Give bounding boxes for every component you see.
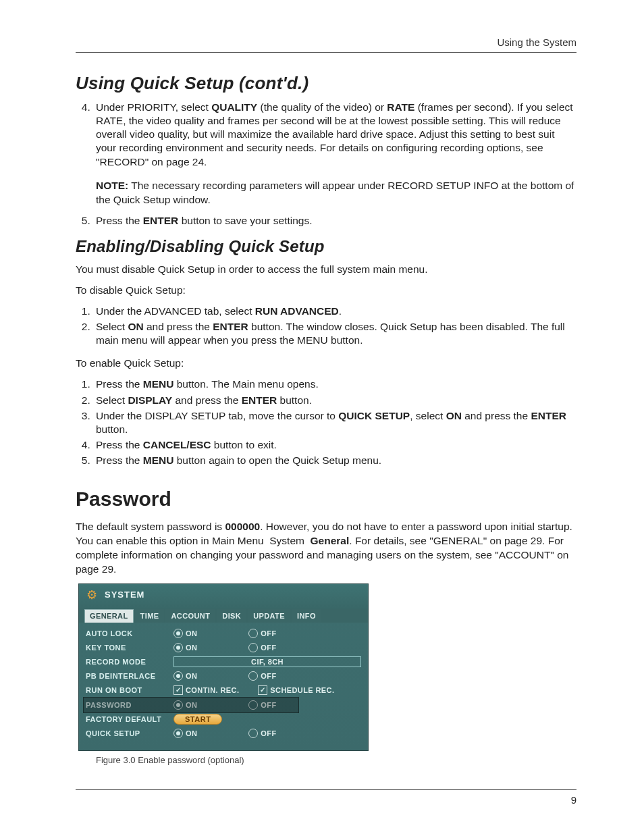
password-on[interactable]: ON	[173, 700, 197, 710]
step-5: Press the ENTER button to save your sett…	[93, 214, 576, 228]
radio-on-icon	[173, 729, 183, 738]
password-paragraph: The default system password is 000000. H…	[76, 520, 576, 577]
radio-off-icon	[248, 700, 258, 710]
disable-lead: To disable Quick Setup:	[76, 284, 576, 298]
radio-on-icon	[173, 700, 183, 710]
label-key-tone: KEY TONE	[86, 644, 173, 652]
radio-off-icon	[248, 629, 258, 638]
enable-step-3: Under the DISPLAY SETUP tab, move the cu…	[93, 409, 576, 436]
password-off[interactable]: OFF	[248, 700, 276, 710]
quick-on[interactable]: ON	[173, 729, 197, 738]
checkbox-icon	[173, 685, 183, 695]
enable-lead: To enable Quick Setup:	[76, 357, 576, 371]
note-record-params: NOTE: The necessary recording parameters…	[96, 179, 576, 207]
label-run-on-boot: RUN ON BOOT	[86, 686, 173, 694]
gear-icon: ⚙	[84, 588, 99, 602]
auto-lock-on[interactable]: ON	[173, 629, 197, 638]
pb-off[interactable]: OFF	[248, 671, 276, 681]
checkbox-icon	[258, 685, 267, 695]
tab-info[interactable]: INFO	[292, 609, 321, 623]
heading-password: Password	[76, 488, 576, 511]
page-number: 9	[76, 794, 576, 806]
radio-off-icon	[248, 671, 258, 681]
label-password: PASSWORD	[86, 701, 173, 709]
tab-time[interactable]: TIME	[135, 609, 165, 623]
record-mode-value[interactable]: CIF, 8CH	[173, 656, 361, 667]
heading-enable-disable: Enabling/Disabling Quick Setup	[76, 237, 576, 256]
pb-on[interactable]: ON	[173, 671, 197, 681]
enable-step-1: Press the MENU button. The Main menu ope…	[93, 377, 576, 391]
enable-step-5: Press the MENU button again to open the …	[93, 454, 576, 467]
heading-quick-setup-contd: Using Quick Setup (cont'd.)	[76, 73, 576, 94]
panel-title: SYSTEM	[105, 590, 144, 600]
figure-caption: Figure 3.0 Enable password (optional)	[96, 755, 576, 765]
radio-on-icon	[173, 643, 183, 652]
radio-off-icon	[248, 643, 258, 652]
enable-step-2: Select DISPLAY and press the ENTER butto…	[93, 394, 576, 407]
label-pb-deinterlace: PB DEINTERLACE	[86, 672, 173, 680]
header-section-label: Using the System	[76, 36, 576, 53]
tab-update[interactable]: UPDATE	[248, 609, 290, 623]
label-quick-setup: QUICK SETUP	[86, 729, 173, 737]
radio-on-icon	[173, 629, 183, 638]
tab-disk[interactable]: DISK	[217, 609, 246, 623]
start-button[interactable]: START	[173, 714, 222, 725]
label-auto-lock: AUTO LOCK	[86, 629, 173, 637]
run-contin-rec[interactable]: CONTIN. REC.	[173, 685, 239, 695]
tab-account[interactable]: ACCOUNT	[165, 609, 215, 623]
radio-on-icon	[173, 671, 183, 681]
label-record-mode: RECORD MODE	[86, 658, 173, 666]
step-4: Under PRIORITY, select QUALITY (the qual…	[93, 101, 576, 169]
disable-step-1: Under the ADVANCED tab, select RUN ADVAN…	[93, 305, 576, 318]
system-panel: ⚙ SYSTEM GENERAL TIME ACCOUNT DISK UPDAT…	[78, 583, 369, 751]
key-tone-on[interactable]: ON	[173, 643, 197, 652]
quick-off[interactable]: OFF	[248, 729, 276, 738]
radio-off-icon	[248, 729, 258, 738]
auto-lock-off[interactable]: OFF	[248, 629, 276, 638]
panel-tabs: GENERAL TIME ACCOUNT DISK UPDATE INFO	[79, 609, 368, 623]
disable-step-2: Select ON and press the ENTER button. Th…	[93, 320, 576, 347]
run-schedule-rec[interactable]: SCHEDULE REC.	[258, 685, 334, 695]
tab-general[interactable]: GENERAL	[84, 609, 134, 623]
label-factory-default: FACTORY DEFAULT	[86, 715, 173, 723]
key-tone-off[interactable]: OFF	[248, 643, 276, 652]
enable-step-4: Press the CANCEL/ESC button to exit.	[93, 438, 576, 452]
enable-intro: You must disable Quick Setup in order to…	[76, 263, 576, 277]
